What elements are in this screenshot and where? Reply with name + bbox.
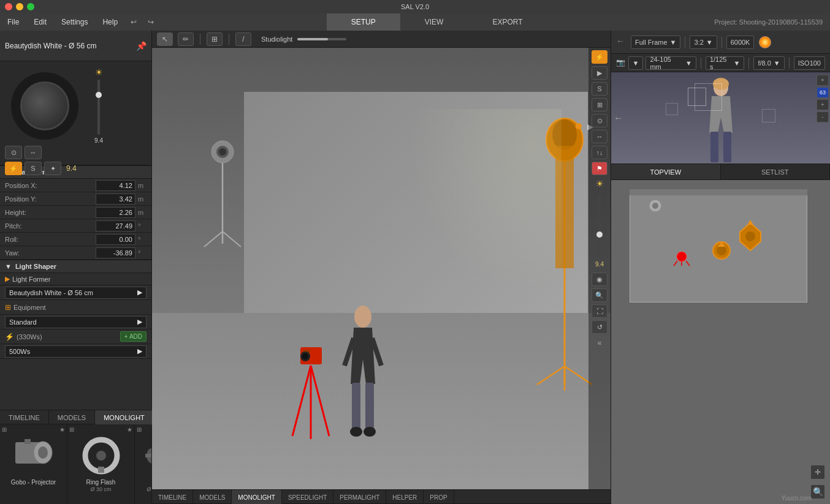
- camera-format-dropdown[interactable]: Full Frame ▼: [631, 36, 680, 49]
- grid-item-gobo[interactable]: ⊞ ★ Gobo - Projector: [0, 424, 67, 504]
- btab-models[interactable]: MODELS: [193, 490, 232, 504]
- pos-y-value[interactable]: 3.42: [96, 194, 135, 205]
- add-power-button[interactable]: + ADD: [120, 331, 147, 342]
- vc-move-button[interactable]: ↔: [592, 130, 607, 143]
- viewport-scene[interactable]: [152, 48, 611, 489]
- pin-icon[interactable]: 📌: [136, 41, 147, 51]
- line-tool[interactable]: /: [235, 32, 251, 46]
- iso-dropdown[interactable]: ISO100: [794, 56, 825, 70]
- studio-slider[interactable]: [297, 38, 346, 40]
- light-shaper-label: Light Shaper: [15, 263, 56, 270]
- tab-setup[interactable]: SETUP: [327, 13, 400, 31]
- brightness-thumb[interactable]: [96, 92, 102, 98]
- maximize-button[interactable]: [27, 3, 34, 10]
- roll-value[interactable]: 0.00: [96, 234, 135, 245]
- preview-btn-1[interactable]: +: [817, 75, 829, 86]
- tab-models[interactable]: MODELS: [49, 410, 95, 425]
- favorite-star[interactable]: ★: [59, 426, 65, 433]
- titlebar: SAL V2.0: [0, 0, 830, 13]
- grid-item-reflector-s1[interactable]: ⊞ ★ Reflector S Ø 18cm / D 13cm: [135, 424, 151, 504]
- light-former-value: Beautydish White - Ø 56 cm: [9, 289, 93, 296]
- btab-permalight[interactable]: PERMALIGHT: [333, 490, 386, 504]
- btab-helper[interactable]: HELPER: [386, 490, 424, 504]
- prop-pitch: Pitch: 27.49 °: [0, 219, 151, 233]
- tab-export[interactable]: EXPORT: [468, 13, 547, 31]
- svg-line-46: [223, 231, 241, 247]
- prop-yaw: Yaw: -36.89 °: [0, 246, 151, 260]
- camera-kelvin-dropdown[interactable]: 6000K: [726, 36, 755, 49]
- vc-power-button[interactable]: ⚡: [592, 50, 607, 64]
- pos-x-value[interactable]: 4.12: [96, 180, 135, 191]
- minimize-button[interactable]: [16, 3, 23, 10]
- undo-button[interactable]: ↩: [125, 15, 142, 29]
- grid-item-ringflash[interactable]: ⊞ ★ Ring Flash Ø 30 cm: [67, 424, 135, 504]
- redo-button[interactable]: ↪: [142, 15, 159, 29]
- paint-tool[interactable]: ✏: [178, 32, 194, 46]
- brightness-track[interactable]: [97, 80, 100, 135]
- color-temperature-icon[interactable]: [759, 36, 771, 48]
- favorite-star[interactable]: ★: [127, 426, 132, 433]
- brightness-slider[interactable]: ☀ 9.4: [89, 61, 108, 165]
- power-toggle[interactable]: ⚡: [5, 162, 22, 175]
- btab-prop[interactable]: PROP: [424, 490, 454, 504]
- topview-tab[interactable]: TOPVIEW: [611, 164, 721, 179]
- btab-timeline[interactable]: TIMELINE: [152, 490, 193, 504]
- mode-button[interactable]: ✦: [44, 162, 61, 175]
- close-button[interactable]: [5, 3, 12, 10]
- power-dropdown[interactable]: 500Ws ▶: [5, 345, 147, 358]
- light-shaper-header[interactable]: ▼ Light Shaper: [0, 260, 151, 273]
- camera-ratio-dropdown[interactable]: 3:2 ▼: [690, 36, 717, 49]
- topview-move-button[interactable]: ✛: [810, 465, 825, 480]
- svg-point-55: [652, 203, 658, 209]
- equipment-dropdown[interactable]: Standard ▶: [5, 316, 147, 328]
- window-controls[interactable]: [5, 3, 34, 10]
- pitch-value[interactable]: 27.49: [96, 220, 135, 231]
- viewport-wrapper: ↖ ✏ ⊞ / Studiolight: [152, 31, 611, 504]
- vc-zoom-button[interactable]: 🔍: [592, 288, 607, 302]
- pos-x-label: Position X:: [5, 182, 96, 189]
- setlist-tab[interactable]: SETLIST: [721, 164, 831, 179]
- select-tool[interactable]: ↖: [157, 32, 173, 46]
- preview-btn-4[interactable]: -: [817, 111, 829, 122]
- menu-file[interactable]: File: [0, 13, 26, 31]
- tab-monolight[interactable]: MONOLIGHT: [95, 410, 154, 425]
- vc-s-button[interactable]: S: [592, 82, 607, 96]
- vc-collapse-button[interactable]: «: [598, 339, 602, 347]
- vc-arrow-button[interactable]: ▶: [592, 66, 607, 80]
- lens-dropdown[interactable]: ▼: [628, 56, 644, 70]
- brightness-display: 9.4: [66, 164, 77, 173]
- camera-kelvin: 6000K: [731, 39, 750, 46]
- vc-pan-button[interactable]: ◉: [592, 273, 607, 286]
- vc-brightness-slider[interactable]: [598, 195, 601, 256]
- aperture-dropdown[interactable]: f/8.0 ▼: [753, 56, 784, 70]
- back-arrow-icon[interactable]: ←: [616, 36, 628, 48]
- btab-monolight[interactable]: MONOLIGHT: [232, 490, 282, 504]
- equipment-label: Equipment: [13, 304, 147, 311]
- lens-value-dropdown[interactable]: 24-105 mm ▼: [645, 56, 696, 70]
- move-button[interactable]: ↔: [25, 146, 42, 159]
- vc-back-button[interactable]: ↺: [592, 320, 607, 334]
- light-former-dropdown[interactable]: Beautydish White - Ø 56 cm ▶: [5, 287, 147, 299]
- vc-flag-button[interactable]: ⚑: [592, 162, 607, 175]
- vc-fullscreen-button[interactable]: ⛶: [592, 304, 607, 318]
- preview-back-arrow[interactable]: ←: [614, 113, 623, 124]
- menu-edit[interactable]: Edit: [26, 13, 54, 31]
- tab-view[interactable]: VIEW: [400, 13, 468, 31]
- preview-btn-3[interactable]: +: [817, 99, 829, 110]
- menu-help[interactable]: Help: [95, 13, 125, 31]
- btab-speedlight[interactable]: SPEEDLIGHT: [282, 490, 333, 504]
- target-button[interactable]: ⊙: [5, 146, 22, 159]
- vc-grid-button[interactable]: ⊞: [592, 98, 607, 111]
- topview-zoom-button[interactable]: 🔍: [810, 484, 825, 499]
- grid-tool[interactable]: ⊞: [207, 32, 223, 46]
- sync-button[interactable]: S: [25, 162, 42, 175]
- yaw-value[interactable]: -36.89: [96, 247, 135, 258]
- height-value[interactable]: 2.26: [96, 207, 135, 218]
- vc-nav-up[interactable]: ↑↓: [592, 146, 607, 159]
- light-former-header[interactable]: ▶ Light Former: [0, 273, 151, 285]
- vc-target-button[interactable]: ⊙: [592, 114, 607, 127]
- tab-timeline[interactable]: TIMELINE: [0, 410, 49, 425]
- shutter-dropdown[interactable]: 1/125 s ▼: [706, 56, 745, 70]
- menu-settings[interactable]: Settings: [54, 13, 95, 31]
- preview-btn-2[interactable]: 63: [817, 87, 829, 98]
